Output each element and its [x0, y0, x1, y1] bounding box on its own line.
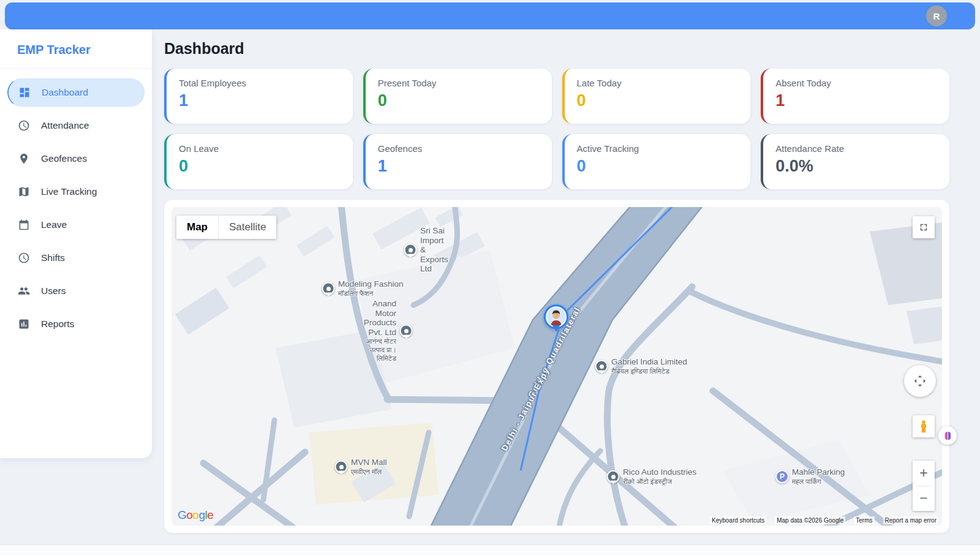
main-content: Dashboard Total Employees1Present Today0…: [164, 34, 949, 533]
sidebar-item-geofences[interactable]: Geofences: [7, 145, 145, 173]
top-navbar: R: [5, 2, 975, 29]
stat-card-active-tracking: Active Tracking0: [562, 134, 751, 189]
place-pin-icon: [400, 325, 413, 338]
place-sub: एमवीएन मॉल: [351, 467, 387, 476]
calendar-icon: [18, 219, 30, 231]
bar-chart-icon: [18, 318, 30, 330]
stat-label: Active Tracking: [577, 143, 739, 154]
attribution-terms[interactable]: Terms: [854, 516, 874, 524]
sidebar-item-label: Geofences: [41, 153, 87, 164]
stat-card-late-today: Late Today0: [562, 69, 751, 124]
sidebar-item-label: Shifts: [41, 252, 65, 263]
map-attribution: Keyboard shortcutsMap data ©2026 GoogleT…: [710, 516, 938, 524]
stat-label: Present Today: [378, 78, 540, 88]
stats-grid: Total Employees1Present Today0Late Today…: [164, 69, 949, 189]
sidebar-item-label: Dashboard: [42, 87, 88, 98]
place-name: MVN Mall: [351, 458, 387, 467]
place-name: Rico Auto Industries: [623, 467, 696, 477]
attribution-map-data-2026-google[interactable]: Map data ©2026 Google: [775, 516, 845, 524]
google-map[interactable]: Golden QuadrilateralDelhi - Jaipur Expy …: [172, 207, 942, 526]
place-sub: गैब्रियल इण्डिया लिमिटेड: [611, 367, 682, 376]
stat-label: On Leave: [179, 143, 341, 154]
clock-icon: [18, 119, 30, 132]
google-logo-letter: G: [178, 508, 186, 521]
google-logo-letter: o: [186, 508, 192, 521]
place-label: MVN Mallएमवीएन मॉल: [351, 458, 387, 476]
stat-card-total-employees: Total Employees1: [164, 69, 353, 124]
stat-value: 1: [378, 158, 540, 175]
sidebar-item-users[interactable]: Users: [7, 277, 145, 305]
stat-value: 0: [378, 92, 540, 109]
sidebar-item-live-tracking[interactable]: Live Tracking: [7, 178, 145, 206]
place-name: Gabriel India Limited: [611, 357, 687, 367]
users-icon: [18, 285, 30, 297]
place-sub: आनन्द मोटर उत्पाद प्रा। लिमिटेड: [364, 338, 396, 363]
map-icon: [18, 186, 30, 198]
sidebar-item-dashboard[interactable]: Dashboard: [7, 78, 145, 107]
place-pin-icon: [595, 360, 608, 373]
page-footer: [0, 545, 980, 555]
google-logo-letter: e: [207, 508, 213, 521]
parking-icon: P: [775, 470, 789, 483]
sidebar-item-label: Live Tracking: [41, 186, 97, 197]
place-label: Anand Motor Products Pvt. Ltdआनन्द मोटर …: [364, 299, 396, 363]
employee-avatar-icon: [546, 307, 566, 327]
stat-card-geofences: Geofences1: [363, 134, 552, 189]
sidebar: EMP Tracker DashboardAttendanceGeofences…: [0, 29, 152, 458]
stat-card-attendance-rate: Attendance Rate0.0%: [761, 134, 949, 189]
place-pin-icon: [607, 470, 620, 483]
sidebar-item-attendance[interactable]: Attendance: [7, 111, 145, 140]
sidebar-item-leave[interactable]: Leave: [7, 211, 145, 239]
place-label: Rico Auto Industriesरीको ऑटो इंडस्ट्रीज: [623, 467, 696, 486]
place-pin-icon: [335, 461, 348, 474]
pegman-icon: [917, 420, 930, 433]
zoom-in-button[interactable]: +: [913, 461, 935, 486]
place-label: Mahle Parkingमहल पार्किंग: [792, 467, 845, 486]
map-card: Golden QuadrilateralDelhi - Jaipur Expy …: [164, 200, 949, 533]
map-pin-icon: [18, 153, 30, 165]
place-label: Gabriel India Limitedगैब्रियल इण्डिया लि…: [611, 357, 687, 376]
stat-value: 0: [577, 92, 739, 109]
pegman-button[interactable]: [913, 415, 935, 437]
place-name: Anand Motor Products Pvt. Ltd: [364, 299, 396, 337]
sidebar-item-label: Reports: [41, 319, 74, 330]
stat-label: Attendance Rate: [775, 143, 937, 154]
map-type-satellite-button[interactable]: Satellite: [219, 216, 276, 239]
place-pin-icon: [404, 244, 417, 257]
stat-label: Total Employees: [179, 78, 341, 88]
page-title: Dashboard: [164, 39, 949, 58]
attribution-report-a-map-error[interactable]: Report a map error: [883, 516, 938, 524]
map-type-control: Map Satellite: [176, 216, 276, 239]
map-type-map-button[interactable]: Map: [176, 216, 218, 239]
place-sub: रीको ऑटो इंडस्ट्रीज: [623, 477, 696, 486]
grid-icon: [18, 86, 31, 99]
fullscreen-button[interactable]: [913, 216, 935, 238]
google-logo-letter: o: [192, 508, 198, 521]
sidebar-item-label: Attendance: [41, 120, 89, 131]
sidebar-item-reports[interactable]: Reports: [7, 310, 145, 338]
sidebar-item-label: Users: [41, 285, 66, 296]
stat-card-present-today: Present Today0: [363, 69, 552, 124]
place-name: Modeling Fashion: [338, 279, 404, 289]
stat-label: Late Today: [577, 78, 739, 88]
place-pin-icon: [322, 282, 335, 295]
place-label: Sri Sai Import & Exports Ltd: [420, 226, 448, 274]
user-avatar[interactable]: R: [926, 6, 947, 26]
clock-icon: [18, 252, 30, 264]
place-label: Modeling Fashionमॉडलिंग फैशन: [338, 279, 404, 298]
google-logo[interactable]: Google: [178, 508, 213, 522]
employee-location-marker[interactable]: [544, 304, 568, 329]
zoom-out-button[interactable]: −: [913, 486, 935, 512]
place-sub: मॉडलिंग फैशन: [338, 289, 404, 298]
place-name: Sri Sai Import & Exports Ltd: [420, 226, 448, 274]
extension-fab[interactable]: [938, 426, 957, 445]
sidebar-item-shifts[interactable]: Shifts: [7, 244, 145, 272]
stat-value: 0.0%: [775, 158, 937, 175]
stat-card-absent-today: Absent Today1: [761, 69, 949, 124]
fullscreen-icon: [918, 222, 929, 233]
sidebar-item-label: Leave: [41, 219, 67, 230]
stat-value: 1: [179, 92, 341, 109]
attribution-keyboard-shortcuts[interactable]: Keyboard shortcuts: [710, 516, 766, 524]
place-sub: महल पार्किंग: [792, 477, 845, 486]
pan-control-button[interactable]: [904, 365, 936, 397]
